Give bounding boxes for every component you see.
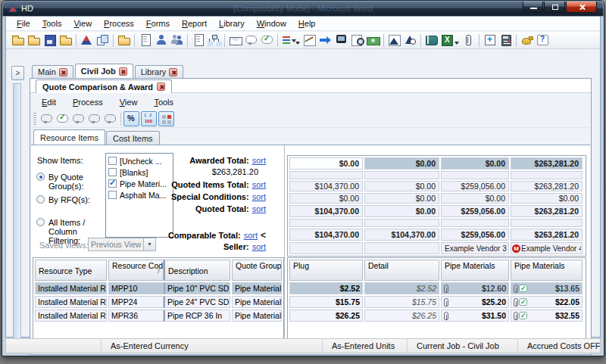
panel-menu-process[interactable]: Process xyxy=(64,96,111,108)
tab-main-close-icon[interactable] xyxy=(59,68,67,76)
lower-quote-icon[interactable] xyxy=(103,112,117,126)
tab-quote-comparison[interactable]: Quote Comparison & Award xyxy=(36,79,172,93)
close-button[interactable] xyxy=(566,2,597,13)
list-item[interactable]: Asphalt Ma... xyxy=(107,189,172,201)
menu-forms[interactable]: Forms xyxy=(140,17,176,30)
money-icon[interactable] xyxy=(366,33,380,47)
combo-dropdown-icon[interactable]: ▼ xyxy=(143,238,155,250)
find-people-icon[interactable] xyxy=(170,33,184,47)
quote-group-list[interactable]: [Uncheck ... [Blanks] Pipe Materi... xyxy=(105,153,173,238)
tab-main[interactable]: Main xyxy=(32,65,73,78)
raise-quote-icon[interactable] xyxy=(87,112,102,126)
panel-menu-tools[interactable]: Tools xyxy=(145,96,182,108)
col-detail[interactable]: Detail xyxy=(364,260,439,281)
col-pipe-materials-1[interactable]: Pipe Materials xyxy=(441,260,509,281)
quote-bubble-icon[interactable] xyxy=(39,112,54,126)
address-book-icon[interactable] xyxy=(424,33,439,47)
excel-icon[interactable] xyxy=(440,33,454,47)
menu-file[interactable]: File xyxy=(11,17,36,30)
toggle-unit-price-icon[interactable]: 1 2100 xyxy=(141,111,157,126)
heavybid-logo-icon[interactable] xyxy=(80,33,94,47)
awarded-sort-link[interactable]: sort xyxy=(252,156,266,165)
mail-icon[interactable] xyxy=(228,33,242,47)
list-item[interactable]: Pipe Materi... xyxy=(107,178,172,189)
toolbar-grip[interactable] xyxy=(33,113,36,125)
employee-icon[interactable] xyxy=(154,33,168,47)
open-estimate-icon[interactable] xyxy=(11,33,25,47)
mountain-chart-icon[interactable] xyxy=(387,33,401,47)
list-item[interactable]: [Uncheck ... xyxy=(107,155,172,166)
quoted-items-sort-link[interactable]: sort xyxy=(252,180,266,189)
checkbox-icon[interactable] xyxy=(108,157,117,165)
radio-by-quote-group-icon[interactable] xyxy=(36,173,45,181)
radio-by-quote-group[interactable]: By Quote Group(s): xyxy=(36,173,105,191)
comment-bubble-icon[interactable] xyxy=(244,33,258,47)
radio-all-items-icon[interactable] xyxy=(36,218,45,226)
tab-resource-items[interactable]: Resource Items xyxy=(33,129,105,145)
col-resource-code[interactable]: Resource Code xyxy=(108,260,164,281)
copy-icon[interactable] xyxy=(95,33,110,47)
saved-views-combo[interactable]: Previous View ▼ xyxy=(88,238,156,251)
save-icon[interactable] xyxy=(42,33,57,47)
maximize-button[interactable] xyxy=(544,2,565,13)
menu-view[interactable]: View xyxy=(67,17,98,30)
menu-report[interactable]: Report xyxy=(176,17,213,30)
col-plug[interactable]: Plug xyxy=(289,260,363,281)
unaward-quote-icon[interactable] xyxy=(71,112,86,126)
list-item[interactable]: [Blanks] xyxy=(107,166,172,178)
special-conditions-sort-link[interactable]: sort xyxy=(252,192,266,201)
calculator-icon[interactable] xyxy=(498,33,513,47)
sort-levels-icon[interactable] xyxy=(281,33,295,47)
excel-dropdown-icon[interactable] xyxy=(454,42,459,45)
tab-library-close-icon[interactable] xyxy=(169,68,177,76)
help-icon[interactable] xyxy=(536,33,550,47)
menu-tools[interactable]: Tools xyxy=(36,17,68,30)
menu-window[interactable]: Window xyxy=(251,17,292,30)
attachment-icon[interactable] xyxy=(461,33,476,47)
menu-process[interactable]: Process xyxy=(98,17,140,30)
close-estimate-icon[interactable] xyxy=(58,33,73,47)
org-chart-icon[interactable] xyxy=(207,33,221,47)
menu-help[interactable]: Help xyxy=(292,17,322,30)
seller-vendor4-cell[interactable]: M Example Vendor 4 DBE xyxy=(511,242,583,254)
tab-library[interactable]: Library xyxy=(135,65,184,78)
trend-chart-icon[interactable] xyxy=(302,33,317,47)
checkbox-icon[interactable] xyxy=(108,168,117,176)
checkbox-icon[interactable] xyxy=(108,191,117,199)
quoted-total-sort-link[interactable]: sort xyxy=(252,204,266,213)
edit-folder-icon[interactable] xyxy=(117,33,131,47)
col-description[interactable]: Description xyxy=(164,260,230,281)
seller-sort-link[interactable]: sort xyxy=(252,242,266,251)
compass-icon[interactable] xyxy=(403,33,417,47)
sidebar-expand-button[interactable]: > xyxy=(11,66,24,80)
toggle-grid-icon[interactable] xyxy=(158,111,174,126)
tab-cost-items[interactable]: Cost Items xyxy=(106,131,160,145)
export-arrow-icon[interactable] xyxy=(318,33,333,47)
minimize-button[interactable] xyxy=(523,2,543,13)
col-resource-type[interactable]: Resource Type xyxy=(35,260,107,281)
monitor-icon[interactable] xyxy=(334,33,348,47)
award-quote-icon[interactable] xyxy=(55,112,70,126)
chart-search-icon[interactable] xyxy=(350,33,364,47)
collapsed-sidebar[interactable] xyxy=(13,83,21,348)
menu-library[interactable]: Library xyxy=(213,17,251,30)
new-document-icon[interactable] xyxy=(191,33,205,47)
comparable-sort-link[interactable]: sort xyxy=(244,231,258,240)
tab-civil-job-close-icon[interactable] xyxy=(119,67,127,76)
col-pipe-materials-2[interactable]: Pipe Materials xyxy=(511,260,583,281)
panel-menu-view[interactable]: View xyxy=(111,96,146,108)
radio-by-rfq-icon[interactable] xyxy=(36,195,45,204)
tab-quote-comparison-close-icon[interactable] xyxy=(157,82,165,91)
title-bar[interactable]: (Compatibility Mode) - Microsoft Word HD xyxy=(3,2,603,16)
radio-by-rfq[interactable]: By RFQ(s): xyxy=(36,195,90,204)
col-quote-group[interactable]: Quote Group xyxy=(232,260,282,281)
panel-menu-edit[interactable]: Edit xyxy=(33,96,64,108)
open-folder-icon[interactable] xyxy=(27,33,41,47)
add-icon[interactable] xyxy=(483,33,497,47)
lamp-icon[interactable] xyxy=(520,33,534,47)
send-document-icon[interactable] xyxy=(138,33,152,47)
pane-splitter[interactable] xyxy=(284,145,285,352)
tab-civil-job[interactable]: Civil Job xyxy=(75,64,133,78)
approved-bubble-icon[interactable] xyxy=(260,33,274,47)
checkbox-checked-icon[interactable] xyxy=(108,179,117,188)
